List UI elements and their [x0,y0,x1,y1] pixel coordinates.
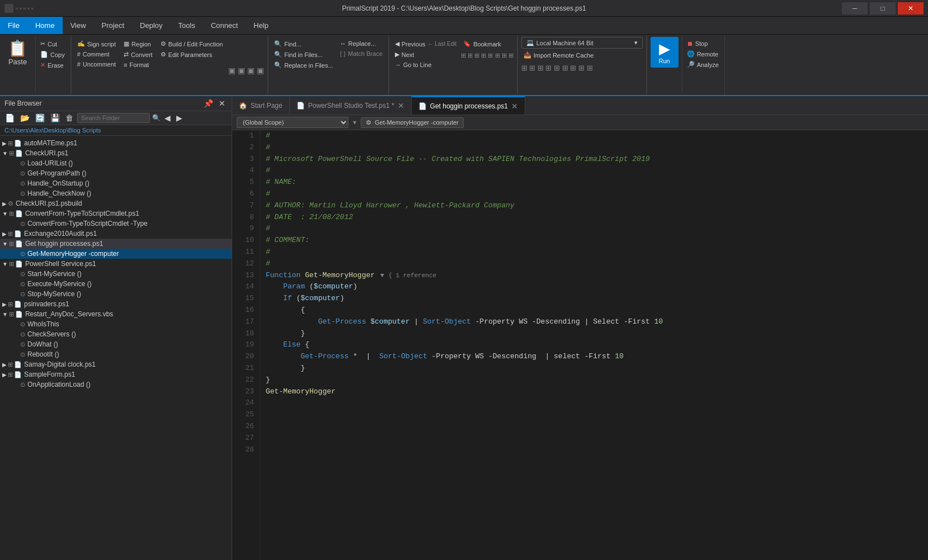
tree-item-label: RebootIt () [27,350,59,358]
menu-view[interactable]: View [63,17,94,34]
close-button[interactable]: ✕ [898,2,924,15]
tree-item-checkuri-psbuild[interactable]: ▶⚙CheckURI.ps1.psbuild [0,198,232,208]
scope-dropdown[interactable]: (Global Scope) Get-MemoryHogger [237,117,348,128]
menu-file[interactable]: File [0,17,27,34]
local-machine-button[interactable]: 💻 Local Machine 64 Bit ▾ [521,37,643,49]
menu-project[interactable]: Project [94,17,132,34]
editor-area: 🏠 Start Page 📄 PowerShell Studio Test.ps… [232,96,928,560]
find-in-files-button[interactable]: 🔍 Find in Files... [272,50,335,59]
edit-params-button[interactable]: ⚙ Edit Parameters [158,50,225,59]
import-remote-cache-button[interactable]: 📥 Import Remote Cache [521,50,643,60]
save-button[interactable]: 💾 [49,113,62,123]
file-icon: 📄 [15,260,23,268]
sign-script-button[interactable]: ✍ Sign script [75,39,118,49]
forward-button[interactable]: ▶ [175,113,184,123]
pin-button[interactable]: 📌 [202,98,215,108]
replace-button[interactable]: ↔ Replace... [338,39,385,48]
window-menu-icons: ▫ ▫ ▫ ▫ ▫ [16,5,34,12]
build-edit-button[interactable]: ⚙ Build / Edit Function [158,39,225,49]
tree-item-restart-anydoc[interactable]: ▼⊞📄Restart_AnyDoc_Servers.vbs [0,309,232,319]
close-tab-hoggin[interactable]: ✕ [511,102,518,111]
tree-item-get-memoryhogger[interactable]: ⊙Get-MemoryHogger -computer [0,249,232,259]
run-button[interactable]: ▶ Run [651,37,679,68]
code-line-2: # [266,142,922,154]
uncomment-button[interactable]: # Uncomment [75,60,118,69]
tree-item-sampleform[interactable]: ▶⊞📄SampleForm.ps1 [0,369,232,379]
erase-button[interactable]: ✕ Erase [38,60,67,70]
tree-item-handle-onstartup[interactable]: ⊙Handle_OnStartup () [0,178,232,188]
maximize-button[interactable]: □ [870,2,896,15]
comment-button[interactable]: # Comment [75,50,118,59]
minimize-button[interactable]: ─ [842,2,868,15]
tree-item-onapplicationload[interactable]: ⊙OnApplicationLoad () [0,379,232,390]
expand-arrow: ▶ [2,201,7,207]
new-file-button[interactable]: 📄 [3,113,16,123]
tree-item-convertfrom[interactable]: ▼⊞📄ConvertFrom-TypeToScriptCmdlet.ps1 [0,208,232,219]
tree-item-execute-myservice[interactable]: ⊙Execute-MyService () [0,279,232,289]
collapse-button[interactable]: ▼ [380,272,384,279]
tree-item-get-hoggin[interactable]: ▼⊞📄Get hoggin processes.ps1 [0,239,232,249]
menu-help[interactable]: Help [246,17,276,34]
tree-item-handle-checknow[interactable]: ⊙Handle_CheckNow () [0,188,232,198]
tree-item-label: Exchange2010Audit.ps1 [24,230,97,238]
cut-icon: ✂ [40,40,45,48]
close-panel-button[interactable]: ✕ [217,98,227,108]
tree-item-rebootit[interactable]: ⊙RebootIt () [0,349,232,359]
tree-item-stop-myservice[interactable]: ⊙Stop-MyService () [0,289,232,299]
tree-item-checkURI[interactable]: ▼⊞📄CheckURI.ps1 [0,148,232,158]
menu-deploy[interactable]: Deploy [132,17,170,34]
tree-item-load-urilist[interactable]: ⊙Load-URIList () [0,158,232,168]
tab-start-page[interactable]: 🏠 Start Page [232,96,290,115]
bookmark-button[interactable]: 🔖 Bookmark [461,39,513,49]
search-input[interactable] [77,113,150,123]
paste-button[interactable]: 📋 Paste [3,37,32,68]
tree-item-convertfrom-fn[interactable]: ⊙ConvertFrom-TypeToScriptCmdlet -Type [0,219,232,229]
tree-item-get-programpath[interactable]: ⊙Get-ProgramPath () [0,168,232,178]
region-button[interactable]: ▦ Region [121,39,155,49]
tree-item-exchange2010[interactable]: ▶⊞📄Exchange2010Audit.ps1 [0,229,232,239]
convert-button[interactable]: ⇄ Convert [121,50,155,59]
find-button[interactable]: 🔍 Find... [272,39,335,49]
tree-item-psinvaders[interactable]: ▶⊞📄psinvaders.ps1 [0,299,232,309]
function-icon: ⚙ [366,119,371,126]
tab-powershell-studio[interactable]: 📄 PowerShell Studio Test.ps1 * ✕ [290,96,412,115]
tab-get-hoggin[interactable]: 📄 Get hoggin processes.ps1 ✕ [412,96,525,115]
goto-line-button[interactable]: → Go to Line [393,60,459,69]
tree-item-samay-digital[interactable]: ▶⊞📄Samay-Digital clock.ps1 [0,359,232,369]
format-button[interactable]: ≡ Format [121,60,155,69]
expand-arrow: ▶ [2,362,7,368]
tree-item-start-myservice[interactable]: ⊙Start-MyService () [0,269,232,279]
line-num-25: 25 [238,409,254,421]
file-group-icon: ⊞ [9,240,14,248]
file-icon: 📄 [15,311,23,318]
file-group-icon: ⊞ [8,361,13,368]
tree-item-autoMATE[interactable]: ▶⊞📄autoMATEme.ps1 [0,138,232,148]
delete-button[interactable]: 🗑 [64,113,75,123]
stop-button[interactable]: ⏹ Stop [685,39,721,48]
tree-item-checkservers[interactable]: ⊙CheckServers () [0,329,232,339]
tree-item-whoisthis[interactable]: ⊙WhoIsThis [0,319,232,329]
open-button[interactable]: 📂 [18,113,31,123]
menu-tools[interactable]: Tools [171,17,203,34]
main-area: File Browser 📌 ✕ 📄 📂 🔄 💾 🗑 🔍 ◀ ▶ C:\User… [0,96,928,560]
tree-item-label: WhoIsThis [27,320,59,328]
tree-item-powershell-service[interactable]: ▼⊞📄PowerShell Service.ps1 [0,259,232,269]
refresh-button[interactable]: 🔄 [34,113,46,123]
remote-button[interactable]: 🌐 Remote [685,49,721,59]
code-content[interactable]: ### Microsoft PowerShell Source File -- … [260,130,928,560]
analyze-button[interactable]: 🔎 Analyze [685,60,721,69]
match-brace-button[interactable]: { } Match Brace [338,49,385,58]
next-button[interactable]: ▶ Next [393,50,459,59]
replace-in-files-button[interactable]: 🔍 Replace in Files... [272,60,335,70]
code-editor[interactable]: 1234567891011121314151617181920212223242… [232,130,928,560]
previous-button[interactable]: ◀ Previous ← Last Edit [393,39,459,49]
close-tab-powershell-studio[interactable]: ✕ [398,101,404,110]
menu-home[interactable]: Home [27,17,63,34]
back-button[interactable]: ◀ [163,113,172,123]
tree-item-dowhat[interactable]: ⊙DoWhat () [0,339,232,349]
copy-button[interactable]: 📄 Copy [38,50,67,59]
previous-icon: ◀ [395,40,399,48]
cut-button[interactable]: ✂ Cut [38,39,67,49]
menu-connect[interactable]: Connect [203,17,246,34]
window-buttons[interactable]: ─ □ ✕ [842,2,924,15]
